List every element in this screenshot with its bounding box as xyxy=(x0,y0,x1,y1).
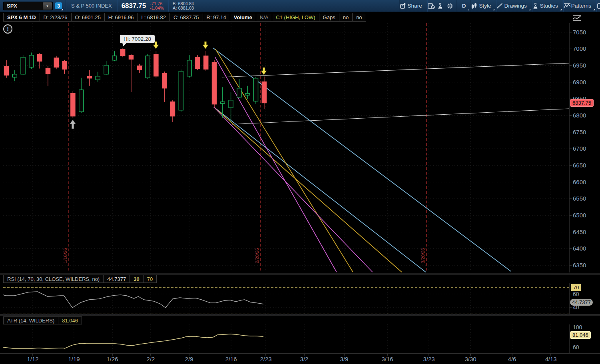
candle-body xyxy=(212,62,217,104)
candle-body xyxy=(154,54,158,76)
analyze-button[interactable] xyxy=(437,0,447,12)
bid-ask: B: 6804.84 A: 6881.03 xyxy=(169,2,198,10)
economic-events-button[interactable] xyxy=(428,0,437,12)
symbol-input[interactable]: SPX ▾ xyxy=(3,2,53,10)
toolbar-divider xyxy=(66,0,66,12)
date-axis-label: 3/2 xyxy=(300,356,309,362)
price-axis-label: 6400 xyxy=(573,245,586,252)
candle-body xyxy=(38,54,42,61)
style-button[interactable]: Style xyxy=(471,0,496,12)
timeframe-button[interactable]: D xyxy=(457,0,471,12)
candle-body xyxy=(179,71,183,110)
chart-header-row: SPX 6 M 1D D: 2/23/26 O: 6901.25 H: 6916… xyxy=(3,13,366,22)
magenta-trendline-lower[interactable] xyxy=(214,107,373,272)
atr-value: 81.046 xyxy=(58,316,82,324)
chart-title: SPX 6 M 1D xyxy=(3,13,40,22)
rsi-line xyxy=(3,292,263,308)
price-axis-label: 6800 xyxy=(573,112,586,119)
candle-body xyxy=(21,57,25,74)
white-channel-top[interactable] xyxy=(222,63,569,77)
ask-value: A: 6881.03 xyxy=(173,6,194,10)
expiration-label: 3/20/26 xyxy=(421,248,425,263)
rsi-pane-canvas[interactable]: 6040 xyxy=(0,283,600,314)
candle-body xyxy=(79,90,84,112)
chart-alert-icon[interactable]: ! xyxy=(3,24,12,34)
ohlc-range: R: 97.14 xyxy=(203,13,230,22)
more-tools-button[interactable] xyxy=(597,0,600,12)
price-axis-label: 6500 xyxy=(573,212,586,219)
sell-signal-arrow-icon[interactable] xyxy=(261,68,267,75)
candle-body xyxy=(220,102,225,103)
white-channel-bottom[interactable] xyxy=(232,109,569,124)
candle-body xyxy=(129,55,134,59)
candle-body xyxy=(112,56,117,60)
date-axis-label: 1/26 xyxy=(106,356,118,362)
pane-divider[interactable] xyxy=(0,314,600,316)
atr-study-label[interactable]: ATR (14, WILDERS) xyxy=(3,316,58,324)
candle-body xyxy=(229,100,233,108)
toolbar-divider xyxy=(117,0,118,12)
magenta-trendline-upper[interactable] xyxy=(215,57,337,272)
candle-body xyxy=(62,61,67,69)
volume-value: N/A xyxy=(256,13,273,22)
ohlc-date: D: 2/23/26 xyxy=(40,13,72,22)
share-button[interactable]: Share xyxy=(400,0,427,12)
candle-body xyxy=(171,102,175,116)
settings-button[interactable] xyxy=(447,0,456,12)
sell-signal-arrow-icon[interactable] xyxy=(203,42,208,49)
c1-study-chip[interactable]: C1 (HIGH, LOW) xyxy=(272,13,319,22)
pane-divider[interactable] xyxy=(0,273,600,274)
gaps-chip[interactable]: Gaps xyxy=(319,13,339,22)
studies-label: Studies xyxy=(540,3,558,9)
candle-body xyxy=(71,93,75,116)
gold-trendline-lower[interactable] xyxy=(214,107,402,272)
rsi-study-label[interactable]: RSI (14, 70, 30, CLOSE, WILDERS, no) xyxy=(3,275,104,283)
price-axis-label: 6900 xyxy=(573,79,586,86)
change-value: -71.76 xyxy=(150,2,164,6)
candle-body xyxy=(262,82,266,103)
price-axis-label: 6950 xyxy=(573,62,586,69)
price-axis-label: 6350 xyxy=(573,262,586,269)
date-axis-label: 3/23 xyxy=(423,356,435,362)
symbol-description: S & P 500 INDEX xyxy=(66,3,117,9)
date-axis[interactable]: 1/121/191/262/22/92/162/233/23/93/163/23… xyxy=(0,353,600,364)
toolbar-divider xyxy=(168,0,169,12)
price-axis-label: 6550 xyxy=(573,195,586,202)
date-axis-label: 3/9 xyxy=(340,356,349,362)
candle-body xyxy=(237,88,241,97)
rsi-value-bubble: 44.7377 xyxy=(570,299,593,306)
gold-trendline-upper[interactable] xyxy=(215,49,353,272)
expiration-label: 2/20/26 xyxy=(255,248,259,263)
gaps-value-2[interactable]: no xyxy=(352,13,366,22)
price-chart-canvas[interactable]: 7050700069506900685068006750670066506600… xyxy=(0,23,600,273)
patterns-button[interactable]: Patterns xyxy=(564,0,596,12)
atr-line xyxy=(3,334,263,348)
atr-pane-canvas[interactable]: 10060 xyxy=(0,324,600,353)
fit-scale-icon[interactable] xyxy=(572,14,582,22)
candle-body xyxy=(12,74,17,77)
candle-body xyxy=(204,56,208,69)
buy-signal-arrow-icon[interactable] xyxy=(70,120,76,129)
high-price-callout[interactable]: Hi: 7002.28 xyxy=(120,35,155,43)
patterns-label: Patterns xyxy=(571,3,591,9)
date-axis-label: 2/2 xyxy=(147,356,155,362)
atr-header-row: ATR (14, WILDERS) 81.046 xyxy=(3,316,82,324)
expiration-label: 1/16/26 xyxy=(63,248,68,263)
price-axis-label: 7000 xyxy=(573,45,586,52)
drawings-button[interactable]: Drawings xyxy=(496,0,531,12)
studies-button[interactable]: Studies xyxy=(532,0,563,12)
symbol-dropdown-button[interactable]: ▾ xyxy=(43,2,52,10)
gaps-value-1[interactable]: no xyxy=(339,13,353,22)
candle-body xyxy=(29,55,34,67)
last-price: 6837.75 xyxy=(118,2,150,10)
rsi-axis-label: 60 xyxy=(573,291,579,297)
rsi-oversold-param: 30 xyxy=(130,275,143,283)
cyan-trendline-lower[interactable] xyxy=(214,107,426,272)
last-price-axis-bubble: 6837.75 xyxy=(570,99,594,107)
rsi-overbought-param: 70 xyxy=(143,275,157,283)
atr-axis-label: 100 xyxy=(573,324,582,330)
volume-toggle[interactable]: Volume xyxy=(230,13,256,22)
chart-link-badge[interactable]: 3 xyxy=(55,2,62,9)
date-axis-label: 3/16 xyxy=(381,356,393,362)
ohlc-low: L: 6819.82 xyxy=(137,13,169,22)
